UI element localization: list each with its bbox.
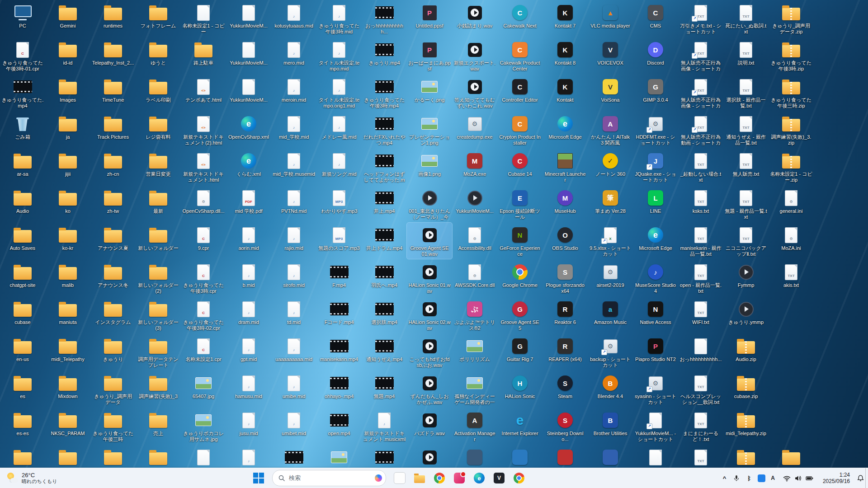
desktop-icon[interactable]: HHALion Sonic bbox=[497, 371, 542, 407]
desktop-icon[interactable]: TXT無人販売.txt bbox=[723, 149, 769, 185]
desktop-icon[interactable]: CCubase 14 bbox=[497, 149, 542, 185]
desktop-icon[interactable]: HALion Sonic 01.wav bbox=[407, 260, 452, 296]
desktop-icon[interactable]: ♪新規ソング.mid bbox=[316, 149, 362, 185]
desktop-icon[interactable]: YukkuriMovieM... bbox=[226, 38, 271, 74]
desktop-icon[interactable]: NGeForce Experience bbox=[497, 223, 542, 259]
desktop-icon[interactable]: CCakewalk Product Center bbox=[497, 38, 542, 74]
desktop-icon[interactable]: ♪MuseScore Studio 4 bbox=[633, 260, 678, 296]
desktop-icon[interactable]: PPiapro Studio NT2 bbox=[633, 334, 678, 370]
desktop-icon[interactable]: NKSC_PARAM bbox=[45, 408, 90, 444]
taskbar-app-pink-app[interactable] bbox=[450, 469, 468, 487]
desktop-icon[interactable]: 画像1.png bbox=[407, 149, 452, 185]
desktop-icon[interactable]: eOpenCvSharp.xml bbox=[226, 112, 271, 148]
desktop-icon[interactable]: ♪hamusu.mid bbox=[226, 371, 271, 407]
desktop-icon[interactable]: open.mp4 bbox=[316, 408, 362, 444]
desktop-icon[interactable] bbox=[452, 445, 497, 468]
desktop-icon[interactable]: KKontakt 8 bbox=[542, 38, 588, 74]
desktop-icon[interactable]: HDDFMT.exe - ショートカット bbox=[633, 112, 678, 148]
desktop-icon[interactable]: createdump.exe bbox=[452, 112, 497, 148]
desktop-icon[interactable]: きゅうり_調声用データ bbox=[90, 371, 136, 407]
desktop-icon[interactable]: 孤独なインディーゲーム開発者の一生 ... bbox=[452, 371, 497, 407]
desktop-icon[interactable]: eInternet Explorer bbox=[497, 408, 542, 444]
desktop-icon[interactable]: CCrypton Product Installer bbox=[497, 112, 542, 148]
desktop-icon[interactable]: SPlogue sforzando x64 bbox=[542, 260, 588, 296]
desktop-icon[interactable]: ♪mid_学校.musemid bbox=[271, 149, 316, 185]
desktop-icon[interactable]: en-us bbox=[0, 334, 45, 370]
desktop-icon[interactable] bbox=[407, 445, 452, 468]
desktop-icon[interactable]: ohhayo-.mp4 bbox=[316, 371, 362, 407]
desktop-icon[interactable] bbox=[588, 445, 633, 468]
desktop-icon[interactable]: ♪メドレー風.mid bbox=[316, 112, 362, 148]
desktop-icon[interactable]: ♪タイトル未設定.tempo.orig1.mid bbox=[316, 75, 362, 111]
desktop-icon[interactable]: Cきゅうり食ってた午後3時-02.cpr bbox=[181, 297, 226, 333]
desktop-icon[interactable]: レジ袋有料 bbox=[136, 112, 181, 148]
desktop-icon[interactable]: ♪mid_学校.mid bbox=[271, 112, 316, 148]
desktop-icon[interactable]: KKontakt bbox=[542, 75, 588, 111]
desktop-icon[interactable]: TXTヘルスコンプレッション__歌詞.txt bbox=[678, 371, 723, 407]
desktop-icon[interactable]: Cきゅうり食ってた午後3時-01.cpr bbox=[0, 38, 45, 74]
desktop-icon[interactable]: C9.cpr bbox=[181, 223, 226, 259]
desktop-icon[interactable]: Audio.zip bbox=[723, 334, 769, 370]
tray-app-icon[interactable] bbox=[758, 474, 765, 482]
desktop-icon[interactable]: TXT無人販売不正行為動画 - ショートカット bbox=[678, 112, 723, 148]
desktop-icon[interactable]: GGroove Agent SE 5 bbox=[497, 297, 542, 333]
desktop-icon[interactable]: ♪dram.mid bbox=[226, 297, 271, 333]
desktop-icon[interactable]: TXTWIFI.txt bbox=[678, 297, 723, 333]
desktop-icon[interactable]: airset2-2019 bbox=[588, 260, 633, 296]
desktop-icon[interactable]: Groove Agent SE 01.wav bbox=[407, 223, 452, 259]
desktop-icon[interactable]: GGuitar Rig 7 bbox=[497, 334, 542, 370]
desktop-icon[interactable]: きゅうり食ってた午後三時 bbox=[90, 408, 136, 444]
desktop-icon[interactable]: ⚙general.ini bbox=[769, 186, 814, 222]
desktop-icon[interactable]: 65407.jpg bbox=[181, 371, 226, 407]
desktop-icon[interactable] bbox=[362, 445, 407, 468]
desktop-icon[interactable]: プレゼンテーション1.png bbox=[407, 112, 452, 148]
desktop-icon[interactable]: ♪PVTNd.mid bbox=[271, 186, 316, 222]
desktop-icon[interactable]: VVOICEVOX bbox=[588, 38, 633, 74]
desktop-icon[interactable]: きゅうり食ってた.mp4 bbox=[0, 75, 45, 111]
desktop-icon[interactable]: eMicrosoft Edge bbox=[633, 223, 678, 259]
desktop-icon[interactable]: EEpson 接続診断ツール bbox=[497, 186, 542, 222]
desktop-icon[interactable]: CCMS bbox=[633, 0, 678, 37]
desktop-icon[interactable]: TXT通知うぜえ - 親作品一覧.txt bbox=[723, 112, 769, 148]
desktop-icon[interactable]: MMuseHub bbox=[542, 186, 588, 222]
desktop-icon[interactable]: ♪きゅうり食ってた午後3時.mid bbox=[316, 0, 362, 37]
desktop-icon[interactable]: TXTakis.txt bbox=[769, 260, 814, 296]
microphone-icon[interactable] bbox=[732, 474, 741, 482]
desktop-icon[interactable]: きゅうり_調声用データ.zip bbox=[769, 0, 814, 37]
desktop-icon[interactable]: TimeTune bbox=[90, 75, 136, 111]
hidden-icons-chevron[interactable]: ^ bbox=[721, 473, 728, 483]
desktop-icon[interactable]: malib bbox=[45, 260, 90, 296]
desktop-icon[interactable] bbox=[316, 445, 362, 468]
desktop-icon[interactable]: ♪sirofo.mid bbox=[271, 260, 316, 296]
desktop-icon[interactable]: ラベル印刷 bbox=[136, 75, 181, 111]
desktop-icon[interactable]: zh-cn bbox=[90, 149, 136, 185]
desktop-icon[interactable]: ポリリリズム bbox=[452, 334, 497, 370]
desktop-icon[interactable]: Google Chrome bbox=[497, 260, 542, 296]
desktop-icon[interactable]: TXT死にたい_ぬ歌詞.txt bbox=[723, 0, 769, 37]
desktop-icon[interactable]: ごみ箱 bbox=[0, 112, 45, 148]
desktop-icon[interactable]: <>新規テキストドキュメント.html bbox=[181, 149, 226, 185]
desktop-icon[interactable] bbox=[633, 445, 678, 468]
desktop-icon[interactable]: ぷぷよぷよ™テトリス®2 bbox=[452, 297, 497, 333]
desktop-icon[interactable]: こってもhdすおfdsbぶお.wav bbox=[407, 334, 452, 370]
desktop-icon[interactable]: ♪umibet.mid bbox=[271, 408, 316, 444]
taskbar-app-browser[interactable] bbox=[510, 469, 528, 487]
weather-widget[interactable]: 26°C 晴れのちくもり bbox=[0, 468, 64, 488]
desktop-icon[interactable]: 羽氏へ.mp4 bbox=[362, 260, 407, 296]
desktop-icon[interactable]: 名称未設定1 - コピー bbox=[181, 0, 226, 37]
desktop-icon[interactable]: ✓ノートン 360 bbox=[588, 149, 633, 185]
desktop-icon[interactable]: runtimes bbox=[90, 0, 136, 37]
desktop-icon[interactable]: cubase.zip bbox=[723, 371, 769, 407]
desktop-icon[interactable]: TXT bbox=[678, 445, 723, 468]
desktop-icon[interactable]: 新しいフォルダー(2) bbox=[136, 260, 181, 296]
desktop-icon[interactable]: JJQuake.exe - ショートカット bbox=[633, 149, 678, 185]
desktop-icon[interactable]: YukkuriMovieM... bbox=[452, 186, 497, 222]
desktop-icon[interactable]: TXT選択肢 - 親作品一覧.txt bbox=[723, 75, 769, 111]
desktop-icon[interactable]: MP3わかりやす.mp3 bbox=[316, 186, 362, 222]
desktop-icon[interactable] bbox=[0, 445, 45, 468]
desktop-icon[interactable]: Fymmp bbox=[723, 260, 769, 296]
desktop-icon[interactable]: Gemini bbox=[45, 0, 90, 37]
copilot-icon[interactable] bbox=[375, 474, 382, 482]
desktop-icon[interactable]: F.mp4 bbox=[316, 260, 362, 296]
bluetooth-icon[interactable]: ᛒ bbox=[745, 474, 753, 482]
